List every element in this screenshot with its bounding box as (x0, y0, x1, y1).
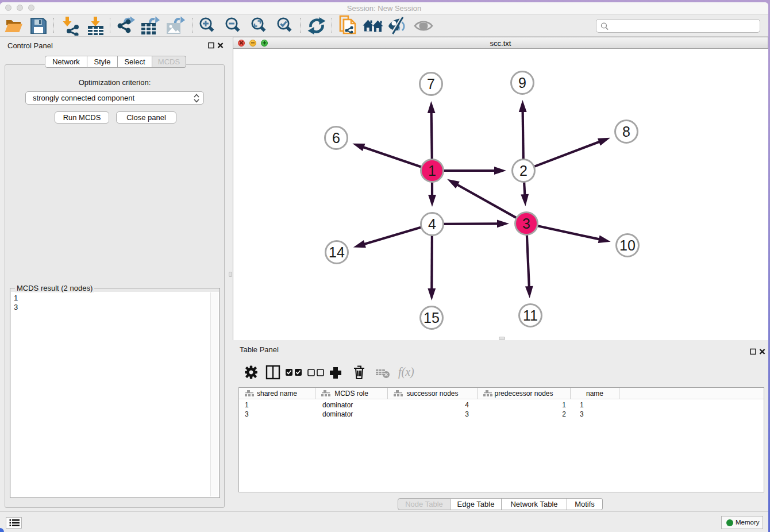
svg-text:9: 9 (518, 75, 526, 91)
svg-text:14: 14 (329, 244, 345, 260)
svg-text:f(x): f(x) (398, 365, 414, 379)
svg-text:6: 6 (332, 130, 340, 146)
svg-text:1: 1 (428, 163, 436, 179)
svg-text:10: 10 (619, 237, 636, 253)
svg-text:2: 2 (519, 163, 528, 179)
svg-text:8: 8 (622, 124, 630, 140)
svg-text:4: 4 (428, 216, 436, 232)
svg-text:15: 15 (424, 310, 440, 326)
svg-text:7: 7 (427, 76, 435, 92)
svg-text:3: 3 (522, 215, 530, 232)
svg-text:11: 11 (523, 307, 538, 323)
